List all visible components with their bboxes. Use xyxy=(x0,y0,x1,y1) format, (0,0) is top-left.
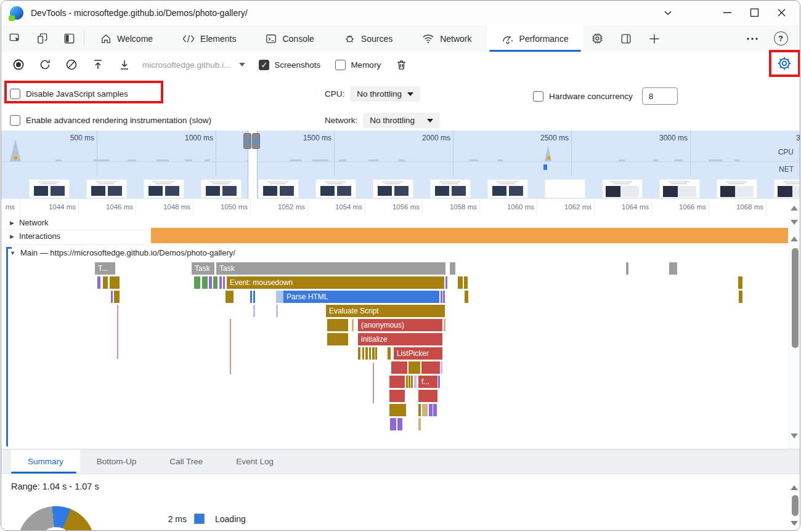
tab-console[interactable]: Console xyxy=(251,25,328,52)
reload-record-button[interactable] xyxy=(31,58,58,71)
flame-bar[interactable] xyxy=(223,276,225,289)
flame-bar[interactable] xyxy=(276,305,278,317)
scrollbar-thumb[interactable] xyxy=(792,248,799,348)
flame-bar[interactable] xyxy=(358,347,360,360)
flame-bar[interactable] xyxy=(226,291,234,303)
profile-select[interactable]: microsoftedge.github.i... xyxy=(142,60,245,70)
flame-bar[interactable] xyxy=(669,262,677,275)
filmstrip-thumbnail[interactable] xyxy=(373,180,413,198)
track-network-toggle[interactable]: ▶ Network xyxy=(10,218,49,227)
more-options-icon[interactable] xyxy=(738,37,766,41)
flame-bar[interactable] xyxy=(441,291,442,303)
scroll-down-icon[interactable] xyxy=(791,220,798,225)
flame-bar[interactable] xyxy=(389,390,405,402)
save-profile-icon[interactable] xyxy=(111,58,137,71)
tab-summary[interactable]: Summary xyxy=(11,449,80,474)
track-interactions-toggle[interactable]: ▶ Interactions xyxy=(10,232,60,241)
hardware-concurrency-input[interactable]: 8 xyxy=(642,87,678,105)
filmstrip-thumbnail[interactable] xyxy=(717,180,757,198)
scroll-up-icon[interactable] xyxy=(791,485,798,490)
flame-bar[interactable] xyxy=(276,291,283,303)
tab-bottom-up[interactable]: Bottom-Up xyxy=(80,449,153,474)
flame-bar[interactable]: (anonymous) xyxy=(358,319,442,331)
interaction-bar[interactable] xyxy=(151,228,788,243)
flame-bar[interactable] xyxy=(418,418,421,430)
flame-bar[interactable] xyxy=(114,291,120,303)
flame-bar[interactable] xyxy=(388,347,391,360)
flame-bar[interactable] xyxy=(375,347,377,360)
inspect-element-icon[interactable] xyxy=(1,25,28,52)
maximize-button[interactable] xyxy=(741,2,768,23)
add-tools-plus-icon[interactable] xyxy=(640,25,669,52)
flame-bar[interactable] xyxy=(409,361,420,374)
filmstrip-thumbnail[interactable] xyxy=(775,180,800,198)
scroll-up-icon[interactable] xyxy=(791,206,798,211)
filmstrip-thumbnail[interactable] xyxy=(87,180,126,198)
flame-bar[interactable] xyxy=(253,291,255,303)
flame-bar[interactable] xyxy=(414,376,417,388)
flame-bar[interactable] xyxy=(362,347,364,360)
device-emulation-icon[interactable] xyxy=(28,25,55,52)
flame-bar[interactable] xyxy=(433,404,437,416)
track-main-toggle[interactable]: ▼ Main — https://microsoftedge.github.io… xyxy=(10,248,235,257)
flame-bar[interactable] xyxy=(397,418,402,430)
flame-bar[interactable]: T... xyxy=(95,262,115,275)
flame-bar[interactable] xyxy=(250,291,252,303)
flame-bar[interactable] xyxy=(103,276,108,289)
timeline-overview[interactable]: 500 ms1000 ms1500 ms2000 ms2500 ms3000 m… xyxy=(1,131,800,176)
tab-elements[interactable]: Elements xyxy=(168,25,251,52)
flame-bar[interactable] xyxy=(464,276,468,289)
tab-welcome[interactable]: Welcome xyxy=(86,25,168,52)
flame-bar[interactable]: Task xyxy=(216,262,445,275)
filmstrip-thumbnail[interactable] xyxy=(545,180,585,198)
clear-button[interactable] xyxy=(58,58,84,71)
filmstrip-thumbnail[interactable] xyxy=(144,180,184,198)
flame-bar[interactable] xyxy=(97,276,100,289)
filmstrip-thumbnail[interactable] xyxy=(431,180,470,198)
flame-bar[interactable] xyxy=(390,418,396,430)
close-button[interactable] xyxy=(768,2,795,23)
scrollbar-thumb[interactable] xyxy=(792,495,799,516)
flame-bar[interactable] xyxy=(327,319,348,331)
flame-bar[interactable] xyxy=(465,291,468,303)
dock-layout-icon[interactable] xyxy=(612,25,640,52)
record-button[interactable] xyxy=(5,58,31,71)
flame-bar[interactable] xyxy=(369,347,371,360)
trash-icon[interactable] xyxy=(388,59,415,71)
flame-bar[interactable]: f... xyxy=(418,376,437,388)
minimize-button[interactable] xyxy=(714,2,741,23)
flame-bar[interactable] xyxy=(110,276,120,289)
screenshots-checkbox[interactable]: ✓ Screenshots xyxy=(259,60,320,70)
filmstrip-thumbnail[interactable] xyxy=(603,180,642,198)
flame-bar[interactable] xyxy=(450,262,455,275)
tab-sources[interactable]: Sources xyxy=(329,25,407,52)
flame-bar[interactable] xyxy=(411,376,413,388)
activity-bar-icon[interactable] xyxy=(55,25,83,52)
flame-bar[interactable] xyxy=(738,276,742,289)
load-profile-icon[interactable] xyxy=(84,58,111,71)
flame-bar[interactable]: Event: mousedown xyxy=(227,276,444,289)
scroll-up-icon[interactable] xyxy=(791,236,798,241)
flame-bar[interactable] xyxy=(739,291,742,303)
selection-handle-right[interactable] xyxy=(252,133,260,149)
flame-bar[interactable]: initialize xyxy=(358,333,442,345)
cpu-throttling-select[interactable]: No throttling xyxy=(350,86,420,102)
tab-event-log[interactable]: Event Log xyxy=(219,449,290,474)
flame-bar[interactable] xyxy=(445,276,447,289)
flame-bar[interactable] xyxy=(626,262,628,275)
flame-bar[interactable] xyxy=(441,361,442,374)
flame-bar[interactable]: ListPicker xyxy=(394,347,442,360)
tab-network[interactable]: Network xyxy=(407,25,486,52)
flame-bar[interactable] xyxy=(458,276,463,289)
flame-bar[interactable] xyxy=(429,404,433,416)
flame-bar[interactable] xyxy=(219,276,222,289)
hardware-concurrency-checkbox[interactable] xyxy=(533,91,543,102)
network-throttling-select[interactable]: No throttling xyxy=(363,113,440,128)
filmstrip-thumbnail[interactable] xyxy=(316,180,356,198)
flame-bar[interactable] xyxy=(253,305,255,317)
filmstrip-thumbnail[interactable] xyxy=(259,180,298,198)
filmstrip-thumbnail[interactable] xyxy=(488,180,527,198)
flame-bar[interactable] xyxy=(418,390,437,402)
flame-bar[interactable] xyxy=(444,319,445,331)
flame-bar[interactable] xyxy=(389,404,406,416)
